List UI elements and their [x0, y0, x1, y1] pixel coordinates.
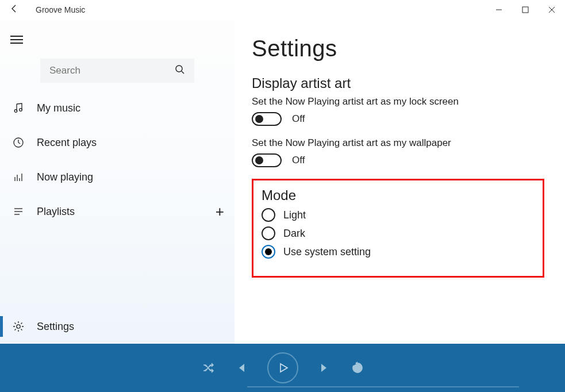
wallpaper-toggle-state: Off: [292, 155, 305, 166]
sidebar-item-recent-plays[interactable]: Recent plays: [0, 125, 235, 160]
mode-option-dark[interactable]: Dark: [262, 226, 532, 240]
hamburger-menu-button[interactable]: [0, 25, 235, 56]
lockscreen-toggle[interactable]: [252, 112, 282, 126]
equalizer-icon: [10, 171, 26, 183]
mode-heading: Mode: [262, 187, 532, 203]
next-button[interactable]: [319, 362, 330, 374]
search-box[interactable]: [40, 59, 194, 83]
mode-option-light[interactable]: Light: [262, 208, 532, 222]
radio-icon: [262, 226, 275, 240]
sidebar-item-now-playing[interactable]: Now playing: [0, 160, 235, 194]
add-playlist-icon[interactable]: +: [216, 203, 224, 221]
radio-icon-selected: [262, 245, 275, 259]
artist-art-heading: Display artist art: [252, 75, 544, 91]
svg-line-5: [182, 71, 184, 74]
svg-point-4: [176, 66, 182, 72]
gear-icon: [10, 321, 26, 332]
radio-icon: [262, 208, 275, 222]
player-bar: [0, 344, 565, 392]
title-bar: Groove Music: [0, 0, 565, 20]
search-input[interactable]: [49, 65, 175, 76]
svg-rect-1: [522, 7, 528, 13]
repeat-button[interactable]: [351, 362, 364, 374]
clock-icon: [10, 137, 26, 148]
sidebar-item-label: My music: [37, 102, 80, 114]
mode-section-highlight: Mode Light Dark Use system setting: [252, 179, 544, 278]
lockscreen-toggle-state: Off: [292, 113, 305, 125]
radio-label: Use system setting: [283, 246, 371, 258]
radio-label: Light: [283, 209, 306, 221]
sidebar: My music Recent plays Now playing Playli…: [0, 20, 235, 344]
previous-button[interactable]: [235, 362, 247, 374]
wallpaper-toggle[interactable]: [252, 153, 282, 167]
search-icon[interactable]: [175, 64, 185, 78]
progress-track[interactable]: [247, 386, 519, 387]
mode-option-system[interactable]: Use system setting: [262, 245, 532, 259]
sidebar-item-label: Playlists: [37, 206, 75, 218]
svg-point-17: [17, 325, 20, 328]
back-button[interactable]: [7, 4, 22, 16]
sidebar-item-playlists[interactable]: Playlists +: [0, 194, 235, 229]
music-note-icon: [10, 102, 26, 114]
sidebar-item-label: Now playing: [37, 171, 93, 183]
playlist-icon: [10, 206, 26, 217]
maximize-button[interactable]: [512, 0, 539, 20]
lockscreen-description: Set the Now Playing artist art as my loc…: [252, 96, 544, 107]
radio-label: Dark: [283, 228, 305, 240]
play-button[interactable]: [267, 352, 298, 383]
wallpaper-description: Set the Now Playing artist art as my wal…: [252, 137, 544, 149]
shuffle-button[interactable]: [202, 362, 214, 374]
page-title: Settings: [252, 36, 544, 62]
main-content: Settings Display artist art Set the Now …: [235, 20, 565, 344]
minimize-button[interactable]: [486, 0, 512, 20]
app-title: Groove Music: [36, 5, 85, 14]
sidebar-item-label: Settings: [37, 321, 74, 333]
close-button[interactable]: [539, 0, 565, 20]
sidebar-item-label: Recent plays: [37, 137, 97, 149]
sidebar-item-settings[interactable]: Settings: [0, 309, 235, 344]
nav-list: My music Recent plays Now playing Playli…: [0, 91, 235, 229]
window-controls: [486, 0, 565, 20]
sidebar-item-my-music[interactable]: My music: [0, 91, 235, 125]
